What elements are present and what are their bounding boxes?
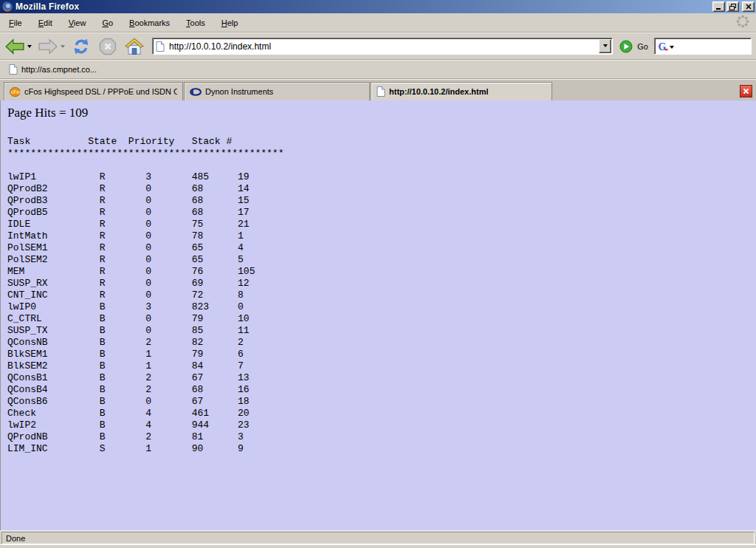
svg-text:cFos: cFos (11, 89, 21, 95)
menu-file[interactable]: File (3, 16, 28, 30)
titlebar[interactable]: Mozilla Firefox (0, 0, 756, 13)
tab-bar: cFoscFos Highspeed DSL / PPPoE und ISDN … (0, 79, 756, 100)
restore-icon (729, 4, 736, 10)
forward-dropdown-icon[interactable] (61, 45, 65, 50)
back-icon (5, 38, 24, 55)
window-bottom-border (0, 544, 756, 548)
status-text: Done (1, 532, 755, 544)
go-button[interactable] (619, 39, 633, 54)
home-button[interactable] (124, 37, 145, 56)
bookmarks-toolbar: http://as.cmpnet.co... (0, 60, 756, 79)
url-bar[interactable] (152, 38, 613, 55)
page-icon (377, 86, 385, 97)
menu-tools[interactable]: Tools (180, 16, 211, 30)
page-hits-text: Page Hits = 109 (7, 106, 756, 120)
chevron-down-icon (603, 44, 608, 49)
tab-3[interactable]: http://10.0.10.2/index.html (371, 82, 552, 100)
stop-button[interactable] (97, 37, 118, 56)
google-icon[interactable]: G (657, 41, 669, 52)
menu-help[interactable]: Help (216, 16, 244, 30)
go-icon (619, 40, 633, 53)
menubar: FileEditViewGoBookmarksToolsHelp (0, 13, 756, 32)
menu-go[interactable]: Go (96, 16, 119, 30)
back-button[interactable] (4, 38, 25, 55)
throbber-icon (735, 14, 750, 32)
minimize-button[interactable] (712, 1, 725, 12)
close-button[interactable] (742, 1, 755, 12)
navigation-toolbar: Go G (0, 32, 756, 60)
reload-button[interactable] (71, 37, 92, 56)
page-content: Page Hits = 109 Task State Priority Stac… (0, 100, 756, 530)
status-bar: Done (0, 530, 756, 544)
home-icon (125, 38, 144, 55)
reload-icon (72, 38, 91, 55)
menu-bookmarks[interactable]: Bookmarks (123, 16, 176, 30)
close-icon (743, 88, 749, 95)
window-title: Mozilla Firefox (16, 1, 79, 12)
firefox-window: Mozilla Firefox FileEditViewGoBookmarksT… (0, 0, 756, 548)
tab-1[interactable]: cFoscFos Highspeed DSL / PPPoE und ISDN … (4, 82, 183, 100)
firefox-logo-icon (2, 1, 13, 12)
dynon-icon (190, 88, 202, 96)
bookmark-item[interactable]: http://as.cmpnet.co... (4, 63, 101, 76)
forward-button[interactable] (38, 38, 58, 55)
go-label[interactable]: Go (637, 42, 648, 51)
minimize-icon (716, 4, 722, 10)
restore-button[interactable] (726, 1, 739, 12)
tab-2[interactable]: Dynon Instruments (184, 82, 370, 100)
url-dropdown-button[interactable] (599, 39, 611, 53)
bookmark-label: http://as.cmpnet.co... (21, 65, 97, 74)
menu-edit[interactable]: Edit (32, 16, 58, 30)
close-icon (746, 4, 752, 10)
svg-text:G: G (659, 41, 667, 52)
task-table: Task State Priority Stack # ************… (7, 136, 756, 455)
tab-label: Dynon Instruments (205, 87, 273, 96)
menu-view[interactable]: View (63, 16, 92, 30)
search-engine-dropdown-icon[interactable] (670, 46, 674, 51)
page-icon (9, 64, 18, 75)
search-box[interactable]: G (654, 38, 752, 55)
stop-icon (98, 38, 117, 55)
forward-icon (38, 38, 58, 55)
tab-label: http://10.0.10.2/index.html (389, 87, 488, 96)
url-input[interactable] (169, 41, 599, 52)
tab-label: cFos Highspeed DSL / PPPoE und ISDN CAP.… (24, 87, 177, 96)
close-tab-button[interactable] (740, 85, 752, 97)
page-icon (156, 41, 165, 52)
cfos-icon: cFos (10, 87, 21, 97)
search-input[interactable] (676, 41, 749, 52)
back-dropdown-icon[interactable] (27, 45, 32, 50)
